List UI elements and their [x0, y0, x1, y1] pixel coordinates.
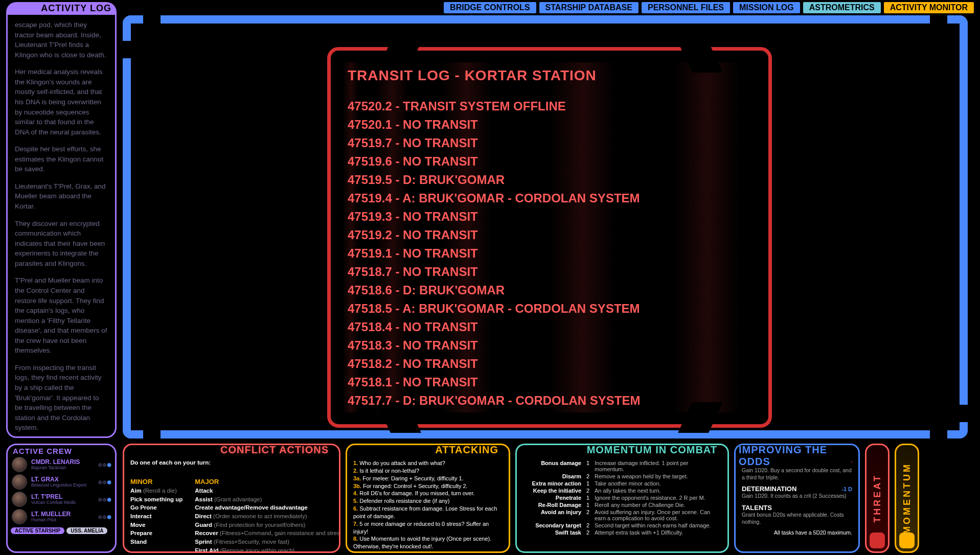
momentum-title: MOMENTUM IN COMBAT [584, 444, 720, 456]
crew-status-dots: ●●● [97, 494, 111, 505]
activity-log-paragraph: escape pod, which they tractor beam aboa… [15, 20, 108, 60]
frame-gap [930, 430, 947, 438]
momentum-row: Secondary target2Second target within re… [523, 522, 721, 529]
conflict-action-item: Stand [130, 538, 183, 546]
conflict-action-item: Pick something up [130, 495, 183, 504]
conflict-major-title: MAJOR [195, 478, 340, 485]
conflict-action-item: Prepare [130, 529, 183, 538]
activity-log-title: ACTIVITY LOG [6, 2, 117, 15]
avatar [12, 474, 27, 490]
crew-name: LT. GRAX [31, 476, 93, 482]
threat-gauge[interactable]: THREAT [865, 444, 890, 553]
top-nav: BRIDGE CONTROLSSTARSHIP DATABASEPERSONNE… [444, 2, 974, 13]
momentum-gauge[interactable]: MOMENTUM [895, 444, 919, 553]
transit-log-entry: 47518.5 - A: BRUK'GOMAR - CORDOLAN SYSTE… [348, 299, 751, 318]
crew-row[interactable]: LT. T'PREL Vulcan Combat Medic ●●● [8, 491, 115, 508]
active-starship-name[interactable]: USS. AMELIA [66, 527, 107, 534]
momentum-row: Bonus damage1Increase damage inflicted. … [523, 459, 721, 473]
transit-log-entry: 47519.1 - NO TRANSIT [348, 244, 751, 263]
activity-log-paragraph: Lieutenant's T'Prel, Grax, and Mueller b… [15, 181, 108, 212]
conflict-action-item: Assist (Grant advantage) [195, 495, 340, 504]
nav-tab-activity-monitor[interactable]: ACTIVITY MONITOR [884, 2, 974, 13]
transit-log-entry: 47519.5 - D: BRUK'GOMAR [348, 171, 751, 189]
bottom-panels: CONFLICT ACTIONS Do one of each on your … [123, 444, 974, 553]
activity-log-panel: ACTIVITY LOG escape pod, which they trac… [6, 2, 117, 438]
odds-det-desc: Gain 1D20. It counts as a crit (2 Succes… [742, 493, 852, 500]
conflict-action-item: Guard (Find protection for yourself/othe… [195, 521, 340, 529]
transit-log-entry: 47520.2 - TRANSIT SYSTEM OFFLINE [348, 97, 751, 115]
frame-gap [930, 15, 947, 24]
momentum-gauge-fill [899, 533, 915, 548]
transit-log-entry: 47518.3 - NO TRANSIT [348, 336, 751, 355]
momentum-row: Keep the initiative2An ally takes the ne… [523, 487, 721, 494]
frame-gap [123, 41, 131, 58]
nav-tab-personnel-files[interactable]: PERSONNEL FILES [642, 2, 730, 13]
transit-log-entry: 47517.7 - D: BRUK'GOMAR - CORDOLAN SYSTE… [348, 391, 751, 410]
crew-row[interactable]: CMDR. LENARIS Bajoran Tactician ●●● [8, 456, 115, 473]
active-crew-list: CMDR. LENARIS Bajoran Tactician ●●● LT. … [8, 456, 115, 525]
transit-log-entry: 47519.4 - A: BRUK'GOMAR - CORDOLAN SYSTE… [348, 189, 751, 207]
odds-talents-label: TALENTS [742, 504, 772, 512]
transit-log-entry: 47519.3 - NO TRANSIT [348, 207, 751, 226]
attacking-title: ATTACKING [432, 444, 502, 456]
odds-footer: All tasks have a 5D20 maximum. [742, 529, 852, 536]
frame-rail-top [123, 15, 968, 24]
active-starship-label[interactable]: ACTIVE STARSHIP [11, 527, 64, 534]
terminal-title: TRANSIT LOG - KORTAR STATION [348, 67, 751, 84]
avatar [12, 509, 27, 524]
momentum-row: Swift task2Attempt extra task with +1 Di… [523, 529, 721, 536]
transit-log-entry: 47520.1 - NO TRANSIT [348, 115, 751, 134]
conflict-action-item: Recover (Fitness+Command, gain resistanc… [195, 529, 340, 538]
conflict-action-item: Attack [195, 487, 340, 495]
attacking-step: 8. Use Momentum to avoid the injury (Onc… [353, 535, 503, 550]
avatar [12, 457, 27, 472]
crew-row[interactable]: LT. GRAX Betazoid Linguistics Expert ●●● [8, 473, 115, 491]
panel-momentum: MOMENTUM IN COMBAT Bonus damage1Increase… [515, 444, 729, 553]
conflict-minor-title: MINOR [130, 478, 183, 485]
nav-tab-starship-database[interactable]: STARSHIP DATABASE [539, 2, 639, 13]
frame-gap [960, 405, 968, 422]
transit-log-entry: 47519.7 - NO TRANSIT [348, 134, 751, 152]
momentum-row: Avoid an injury2Avoid suffering an injur… [523, 508, 721, 522]
conflict-action-item: Move [130, 521, 183, 529]
conflict-action-item: Direct (Order someone to act immediately… [195, 512, 340, 521]
attacking-steps: 1. Who do you attack and with what?2. Is… [353, 459, 503, 550]
nav-tab-bridge-controls[interactable]: BRIDGE CONTROLS [444, 2, 536, 13]
attacking-step: 6. Subtract resistance from damage. Lose… [353, 505, 503, 520]
threat-gauge-label: THREAT [872, 474, 883, 523]
nav-tab-astrometrics[interactable]: ASTROMETRICS [803, 2, 881, 13]
terminal-entries: 47520.2 - TRANSIT SYSTEM OFFLINE47520.1 … [348, 97, 751, 410]
attacking-step: 4. Roll D6's for damage. If you missed, … [353, 490, 503, 497]
activity-log-paragraph: Her medical analysis reveals the Klingon… [15, 67, 108, 137]
panel-attacking: ATTACKING 1. Who do you attack and with … [346, 444, 510, 553]
momentum-gauge-label: MOMENTUM [902, 462, 913, 534]
active-crew-footer: ACTIVE STARSHIP USS. AMELIA [8, 525, 115, 537]
crew-status-dots: ●●● [97, 512, 111, 522]
attacking-step: 1. Who do you attack and with what? [353, 459, 503, 467]
crew-name: LT. T'PREL [31, 494, 93, 500]
conflict-action-item: First Aid (Remove injury within reach) [195, 546, 340, 553]
conflict-major-list: Attack Assist (Grant advantage)Create ad… [195, 487, 340, 553]
transit-log-terminal: TRANSIT LOG - KORTAR STATION 47520.2 - T… [327, 47, 772, 428]
transit-log-entry: 47518.7 - NO TRANSIT [348, 263, 751, 281]
transit-log-entry: 47518.1 - NO TRANSIT [348, 373, 751, 391]
nav-tab-mission-log[interactable]: MISSION LOG [733, 2, 800, 13]
gauge-group: THREAT MOMENTUM [865, 444, 919, 553]
attacking-step: 3a. For melee: Daring + Security, diffic… [353, 475, 503, 482]
conflict-minor-col: MINOR Aim (Reroll a die)Pick something u… [130, 478, 183, 553]
momentum-row: Extra minor action1Take another minor ac… [523, 480, 721, 487]
conflict-title: CONFLICT ACTIONS [217, 444, 332, 456]
frame-rail-left [123, 15, 131, 438]
crew-role: Bajoran Tactician [31, 465, 93, 471]
activity-log-body[interactable]: escape pod, which they tractor beam aboa… [6, 15, 117, 438]
attacking-step: 7. 5 or more damage or reduced to 0 stre… [353, 520, 503, 536]
crew-row[interactable]: LT. MUELLER Human Pilot ●●● [8, 508, 115, 525]
attacking-step: 2. Is it lethal or non-lethal? [353, 467, 503, 475]
crew-name: LT. MUELLER [31, 511, 93, 517]
momentum-table: Bonus damage1Increase damage inflicted. … [523, 459, 721, 536]
transit-log-entry: 47518.2 - NO TRANSIT [348, 355, 751, 373]
crew-status-dots: ●●● [97, 459, 111, 470]
frame-rail-right [960, 15, 968, 438]
conflict-action-item: Interact [130, 512, 183, 521]
odds-det-label: DETERMINATION [742, 485, 796, 493]
